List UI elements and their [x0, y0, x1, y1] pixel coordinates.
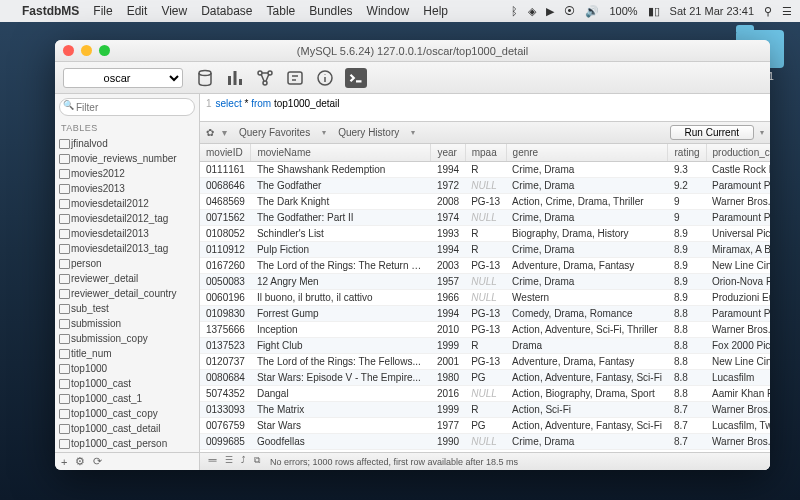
list-icon[interactable]: ☰ [225, 455, 233, 468]
table-item[interactable]: top1000_cast_copy [55, 406, 199, 421]
table-item[interactable]: top1000_cast_person [55, 436, 199, 451]
volume-icon[interactable]: 🔊 [585, 5, 599, 18]
structure-icon[interactable] [225, 68, 245, 88]
table-item[interactable]: moviesdetail2013_tag [55, 241, 199, 256]
table-item[interactable]: sub_test [55, 301, 199, 316]
svg-rect-7 [288, 72, 302, 84]
table-row[interactable]: 0137523Fight Club1999RDrama8.8Fox 2000 P… [200, 338, 770, 354]
table-item[interactable]: reviewer_detail [55, 271, 199, 286]
table-row[interactable]: 1375666Inception2010PG-13Action, Adventu… [200, 322, 770, 338]
svg-rect-3 [239, 79, 242, 85]
filter-input[interactable] [59, 98, 195, 116]
export-icon[interactable]: ⤴ [241, 455, 246, 468]
app-name[interactable]: FastdbMS [22, 4, 79, 18]
column-header[interactable]: rating [668, 144, 706, 162]
menu-file[interactable]: File [93, 4, 112, 18]
table-row[interactable]: 0108052Schindler's List1993RBiography, D… [200, 226, 770, 242]
battery-icon[interactable]: ▮▯ [648, 5, 660, 18]
table-row[interactable]: 0109830Forrest Gump1994PG-13Comedy, Dram… [200, 306, 770, 322]
close-button[interactable] [63, 45, 74, 56]
table-item[interactable]: jfinalvod [55, 136, 199, 151]
table-item[interactable]: top1000_cast_detail [55, 421, 199, 436]
results-grid[interactable]: movieIDmovieNameyearmpaagenreratingprodu… [200, 144, 770, 452]
run-current-button[interactable]: Run Current [670, 125, 754, 140]
tables-header: TABLES [55, 120, 199, 136]
table-item[interactable]: movies2012 [55, 166, 199, 181]
table-item[interactable]: top1000_cast_place [55, 451, 199, 452]
table-row[interactable]: 0071562The Godfather: Part II1974NULLCri… [200, 210, 770, 226]
table-row[interactable]: 5074352Dangal2016NULLAction, Biography, … [200, 386, 770, 402]
sql-icon[interactable]: ⧉ [254, 455, 260, 468]
maximize-button[interactable] [99, 45, 110, 56]
table-item[interactable]: moviesdetail2012 [55, 196, 199, 211]
menubar: FastdbMS File Edit View Database Table B… [0, 0, 800, 22]
table-row[interactable]: 0060196Il buono, il brutto, il cattivo19… [200, 290, 770, 306]
content-icon[interactable] [195, 68, 215, 88]
menu-edit[interactable]: Edit [127, 4, 148, 18]
refresh-icon[interactable]: ⟳ [93, 455, 102, 468]
play-icon[interactable]: ▶ [546, 5, 554, 18]
menu-window[interactable]: Window [367, 4, 410, 18]
notifications-icon[interactable]: ☰ [782, 5, 792, 18]
table-item[interactable]: moviesdetail2013 [55, 226, 199, 241]
console-icon[interactable] [345, 68, 367, 88]
table-row[interactable]: 0076759Star Wars1977PGAction, Adventure,… [200, 418, 770, 434]
menu-view[interactable]: View [161, 4, 187, 18]
column-header[interactable]: year [431, 144, 465, 162]
menu-bundles[interactable]: Bundles [309, 4, 352, 18]
add-icon[interactable]: + [61, 456, 67, 468]
query-settings-icon[interactable]: ✿ [206, 127, 214, 138]
spotlight-icon[interactable]: ⚲ [764, 5, 772, 18]
columns-icon[interactable]: 𝍡 [208, 455, 217, 468]
svg-rect-2 [234, 71, 237, 85]
database-select[interactable]: oscar [63, 68, 183, 88]
query-history-button[interactable]: Query History [330, 126, 407, 139]
table-row[interactable]: 0080684Star Wars: Episode V - The Empire… [200, 370, 770, 386]
menu-database[interactable]: Database [201, 4, 252, 18]
bluetooth-icon[interactable]: ᛒ [511, 5, 518, 17]
table-item[interactable]: submission_copy [55, 331, 199, 346]
table-row[interactable]: 0167260The Lord of the Rings: The Return… [200, 258, 770, 274]
query-favorites-button[interactable]: Query Favorites [231, 126, 318, 139]
gear-icon[interactable]: ⚙ [75, 455, 85, 468]
column-header[interactable]: production_companies [706, 144, 770, 162]
table-row[interactable]: 005008312 Angry Men1957NULLCrime, Drama8… [200, 274, 770, 290]
column-header[interactable]: genre [506, 144, 668, 162]
menu-table[interactable]: Table [267, 4, 296, 18]
table-row[interactable]: 0120737The Lord of the Rings: The Fellow… [200, 354, 770, 370]
sidebar: TABLES jfinalvodmovie_reviews_numbermovi… [55, 94, 200, 470]
query-bar: ✿▾ Query Favorites▾ Query History▾ Run C… [200, 122, 770, 144]
table-row[interactable]: 0133093The Matrix1999RAction, Sci-Fi8.7W… [200, 402, 770, 418]
table-item[interactable]: person [55, 256, 199, 271]
table-item[interactable]: moviesdetail2012_tag [55, 211, 199, 226]
table-item[interactable]: movie_reviews_number [55, 151, 199, 166]
table-item[interactable]: top1000 [55, 361, 199, 376]
titlebar[interactable]: (MySQL 5.6.24) 127.0.0.1/oscar/top1000_d… [55, 40, 770, 62]
column-header[interactable]: movieID [200, 144, 251, 162]
info-icon[interactable] [315, 68, 335, 88]
table-item[interactable]: reviewer_detail_country [55, 286, 199, 301]
wifi-icon[interactable]: ⦿ [564, 5, 575, 17]
column-header[interactable]: movieName [251, 144, 431, 162]
table-row[interactable]: 0068646The Godfather1972NULLCrime, Drama… [200, 178, 770, 194]
table-row[interactable]: 0111161The Shawshank Redemption1994RCrim… [200, 162, 770, 178]
relations-icon[interactable] [255, 68, 275, 88]
column-header[interactable]: mpaa [465, 144, 506, 162]
table-row[interactable]: 0468569The Dark Knight2008PG-13Action, C… [200, 194, 770, 210]
svg-point-6 [263, 81, 267, 85]
table-row[interactable]: 0110912Pulp Fiction1994RCrime, Drama8.9M… [200, 242, 770, 258]
dropbox-icon[interactable]: ◈ [528, 5, 536, 18]
clock[interactable]: Sat 21 Mar 23:41 [670, 5, 754, 17]
table-item[interactable]: top1000_cast [55, 376, 199, 391]
status-bar: 𝍡 ☰ ⤴ ⧉ No errors; 1000 rows affected, f… [200, 452, 770, 470]
table-row[interactable]: 0099685Goodfellas1990NULLCrime, Drama8.7… [200, 434, 770, 450]
table-item[interactable]: top1000_cast_1 [55, 391, 199, 406]
minimize-button[interactable] [81, 45, 92, 56]
table-item[interactable]: title_num [55, 346, 199, 361]
table-item[interactable]: submission [55, 316, 199, 331]
menu-help[interactable]: Help [423, 4, 448, 18]
table-item[interactable]: movies2013 [55, 181, 199, 196]
triggers-icon[interactable] [285, 68, 305, 88]
query-editor[interactable]: 1 select * from top1000_detail [200, 94, 770, 122]
table-list[interactable]: jfinalvodmovie_reviews_numbermovies2012m… [55, 136, 199, 452]
